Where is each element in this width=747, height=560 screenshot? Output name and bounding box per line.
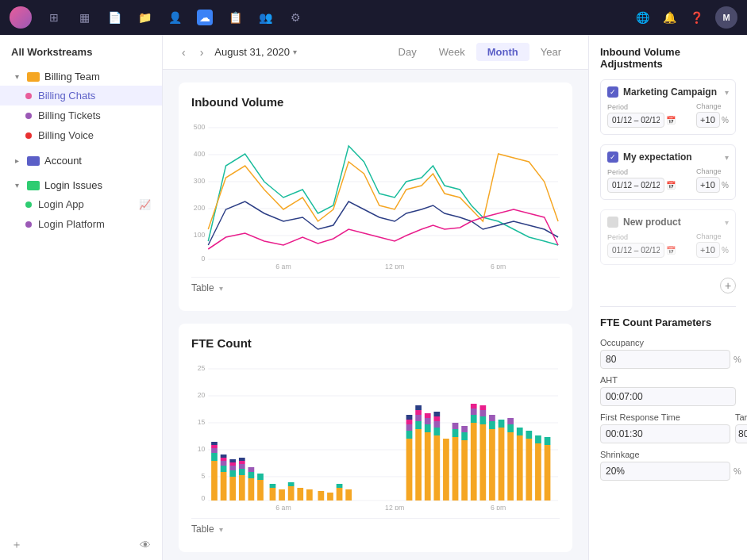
- svg-text:5: 5: [202, 472, 206, 480]
- prev-date-button[interactable]: ‹: [179, 44, 189, 60]
- login-issues-group[interactable]: ▾ Login Issues: [0, 176, 162, 194]
- first-response-input[interactable]: [600, 424, 730, 443]
- aht-field: AHT: [600, 375, 736, 406]
- globe-icon[interactable]: 🌐: [634, 10, 650, 25]
- tab-week[interactable]: Week: [428, 43, 476, 61]
- expectation-pct-label: %: [722, 181, 729, 190]
- svg-rect-57: [297, 488, 303, 501]
- inbound-adjustments-title: Inbound Volume Adjustments: [600, 46, 736, 70]
- tab-day[interactable]: Day: [387, 43, 428, 61]
- svg-rect-59: [318, 491, 325, 501]
- svg-rect-66: [406, 424, 413, 431]
- expectation-caret-icon[interactable]: ▾: [725, 153, 729, 162]
- sidebar-item-billing-chats[interactable]: Billing Chats: [0, 86, 162, 105]
- marketing-checkbox[interactable]: ✓: [607, 86, 618, 98]
- new-product-calendar-icon[interactable]: 📅: [666, 246, 676, 255]
- marketing-period-input[interactable]: [607, 113, 664, 128]
- svg-rect-64: [406, 439, 413, 501]
- new-product-pct-label: %: [722, 246, 729, 255]
- tab-year[interactable]: Year: [529, 43, 572, 61]
- nav-grid-icon[interactable]: ⊞: [46, 10, 62, 25]
- svg-text:300: 300: [194, 177, 206, 185]
- svg-text:400: 400: [194, 150, 206, 158]
- account-folder-icon: [27, 156, 40, 166]
- help-icon[interactable]: ❓: [688, 10, 704, 25]
- expectation-checkbox[interactable]: ✓: [607, 152, 618, 163]
- login-folder-icon: [27, 181, 40, 190]
- svg-rect-56: [288, 482, 295, 486]
- svg-rect-32: [221, 472, 227, 501]
- svg-rect-93: [471, 404, 477, 408]
- sidebar-item-login-app[interactable]: Login App 📈: [0, 194, 162, 214]
- tab-month[interactable]: Month: [476, 43, 529, 61]
- occupancy-row: %: [600, 350, 736, 369]
- svg-rect-98: [489, 429, 495, 501]
- svg-rect-46: [239, 458, 245, 461]
- expectation-calendar-icon[interactable]: 📅: [666, 181, 676, 190]
- inbound-line-chart: 500 400 300 200 100 0: [191, 118, 560, 269]
- svg-rect-74: [425, 432, 431, 501]
- fte-parameters-section: FTE Count Parameters Occupancy % AHT Fir…: [600, 316, 736, 481]
- adjustment-new-product: New product ▾ Period 📅 Change: [600, 209, 736, 265]
- nav-folder-icon[interactable]: 📁: [137, 10, 152, 25]
- svg-rect-68: [406, 415, 413, 420]
- nav-person-icon[interactable]: 👤: [167, 10, 183, 25]
- nav-cloud-icon[interactable]: ☁: [197, 10, 213, 25]
- expectation-period-input[interactable]: [607, 178, 664, 193]
- svg-rect-105: [507, 418, 514, 424]
- marketing-calendar-icon[interactable]: 📅: [666, 116, 676, 125]
- expectation-change-input[interactable]: [696, 177, 720, 193]
- next-date-button[interactable]: ›: [197, 44, 207, 60]
- target-input[interactable]: [735, 424, 747, 443]
- top-navigation: ⊞ ▦ 📄 📁 👤 ☁ 📋 👥 ⚙ 🌐 🔔 ❓ M: [0, 0, 747, 35]
- svg-rect-107: [517, 428, 523, 435]
- sidebar-group-account: ▸ Account: [0, 148, 162, 173]
- sidebar-item-billing-tickets[interactable]: Billing Tickets: [0, 105, 162, 125]
- sidebar-item-login-platform[interactable]: Login Platform: [0, 214, 162, 234]
- svg-rect-97: [479, 405, 486, 410]
- svg-text:6 am: 6 am: [275, 263, 291, 269]
- inbound-table-row[interactable]: Table ▾: [191, 277, 560, 298]
- svg-rect-44: [239, 464, 245, 469]
- svg-rect-63: [345, 489, 352, 501]
- svg-rect-35: [221, 458, 227, 461]
- marketing-caret-icon[interactable]: ▾: [725, 88, 729, 97]
- new-product-caret-icon[interactable]: ▾: [725, 218, 729, 227]
- new-product-change-input[interactable]: [696, 242, 720, 258]
- aht-input[interactable]: [600, 387, 736, 406]
- nav-document-icon[interactable]: 📄: [106, 10, 122, 25]
- billing-team-group[interactable]: ▾ Billing Team: [0, 67, 162, 86]
- sidebar-footer: ＋ 👁: [0, 530, 162, 560]
- eye-icon[interactable]: 👁: [140, 539, 151, 551]
- svg-rect-81: [433, 416, 440, 421]
- fte-table-row[interactable]: Table ▾: [191, 518, 560, 539]
- svg-text:100: 100: [194, 231, 206, 239]
- marketing-change-input[interactable]: [696, 112, 720, 128]
- new-product-period-input[interactable]: [607, 243, 664, 258]
- nav-clipboard-icon[interactable]: 📋: [227, 10, 243, 25]
- bell-icon[interactable]: 🔔: [661, 10, 677, 25]
- app-logo[interactable]: [10, 6, 32, 29]
- user-avatar[interactable]: M: [715, 6, 737, 29]
- svg-rect-104: [507, 424, 514, 432]
- svg-rect-85: [452, 429, 459, 437]
- svg-rect-65: [406, 431, 413, 439]
- svg-rect-91: [471, 415, 477, 423]
- occupancy-input[interactable]: [600, 350, 730, 369]
- expectation-period-label: Period: [607, 168, 693, 176]
- add-workstream-icon[interactable]: ＋: [11, 538, 22, 552]
- account-group[interactable]: ▸ Account: [0, 152, 162, 170]
- sidebar-item-billing-voice[interactable]: Billing Voice: [0, 125, 162, 145]
- add-adjustment-button[interactable]: +: [600, 274, 736, 297]
- nav-settings-icon[interactable]: ⚙: [287, 10, 303, 25]
- svg-rect-28: [211, 453, 218, 461]
- shrinkage-input[interactable]: [600, 462, 730, 481]
- date-selector[interactable]: August 31, 2020 ▾: [214, 46, 297, 58]
- nav-users-icon[interactable]: 👥: [257, 10, 273, 25]
- nav-calendar-icon[interactable]: ▦: [76, 10, 92, 25]
- svg-text:12 pm: 12 pm: [385, 263, 404, 269]
- new-product-checkbox[interactable]: [607, 217, 618, 228]
- billing-team-label: Billing Team: [44, 71, 100, 82]
- panel-divider: [600, 306, 736, 307]
- adj-expectation-header: ✓ My expectation ▾: [607, 152, 729, 163]
